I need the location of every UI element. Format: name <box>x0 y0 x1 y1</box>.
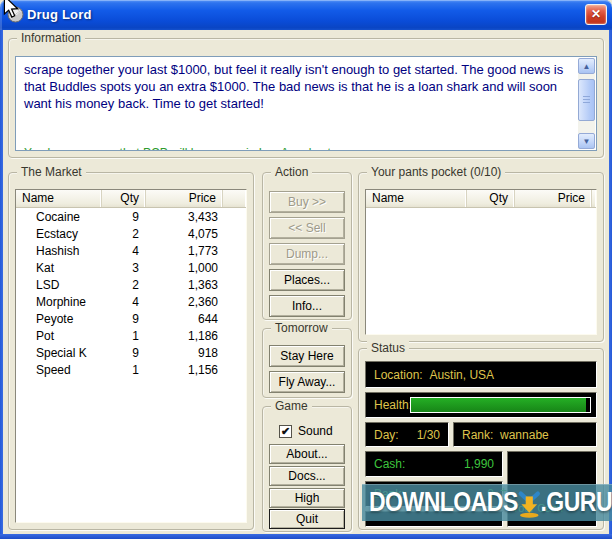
fly-away-button[interactable]: Fly Away... <box>269 371 345 393</box>
scrollbar-thumb[interactable] <box>578 79 595 121</box>
pocket-caption: Your pants pocket (0/10) <box>367 165 505 180</box>
location-value: Austin, USA <box>429 368 494 382</box>
rank-label: Rank: <box>462 428 493 442</box>
cash-label: Cash: <box>374 457 405 471</box>
column-header-filler <box>592 190 596 207</box>
status-caption: Status <box>367 341 409 356</box>
buy-button[interactable]: Buy >> <box>269 191 345 213</box>
watermark-text-right: .GURU <box>540 487 612 519</box>
location-panel: Location: Austin, USA <box>365 361 597 388</box>
dump-button[interactable]: Dump... <box>269 243 345 265</box>
action-group: Action Buy >> << Sell Dump... Places... … <box>262 172 352 320</box>
scroll-up-icon[interactable]: ▲ <box>578 58 595 74</box>
table-row[interactable]: Hashish41,773 <box>16 242 246 259</box>
market-rows: Cocaine93,433Ecstacy24,075Hashish41,773K… <box>16 208 246 378</box>
information-message: scrape together your last $1000, but fee… <box>24 61 570 112</box>
title-bar[interactable]: Drug Lord ✕ <box>0 0 612 30</box>
cash-value: 1,990 <box>464 457 494 471</box>
docs-button[interactable]: Docs... <box>269 466 345 486</box>
information-caption: Information <box>17 31 85 46</box>
stay-here-button[interactable]: Stay Here <box>269 345 345 367</box>
column-header-qty[interactable]: Qty <box>102 190 146 207</box>
sound-checkbox[interactable]: ✔ <box>279 425 292 438</box>
table-row[interactable]: Speed11,156 <box>16 361 246 378</box>
market-group: The Market Name Qty Price Cocaine93,433E… <box>8 172 254 530</box>
information-group: Information scrape together your last $1… <box>8 38 604 158</box>
table-row[interactable]: Kat31,000 <box>16 259 246 276</box>
window-border-left <box>0 30 3 539</box>
health-panel: Health: <box>365 392 597 418</box>
column-header-name[interactable]: Name <box>366 190 467 207</box>
download-arrow-icon <box>515 489 544 521</box>
health-fill <box>411 398 586 412</box>
close-button[interactable]: ✕ <box>585 4 607 25</box>
day-panel: Day: 1/30 <box>365 422 449 447</box>
table-row[interactable]: Pot11,186 <box>16 327 246 344</box>
table-row[interactable]: Cocaine93,433 <box>16 208 246 225</box>
day-value: 1/30 <box>417 428 440 442</box>
game-group: Game ✔ Sound About... Docs... High Score… <box>262 406 352 532</box>
table-row[interactable]: Special K9918 <box>16 344 246 361</box>
sound-label: Sound <box>298 424 333 438</box>
high-scores-button[interactable]: High Scores... <box>269 488 345 508</box>
window-border-bottom <box>0 534 612 539</box>
day-label: Day: <box>374 428 399 442</box>
information-textbox[interactable]: scrape together your last $1000, but fee… <box>15 56 597 151</box>
market-header[interactable]: Name Qty Price <box>16 190 246 208</box>
cash-panel: Cash: 1,990 <box>365 451 503 477</box>
quit-button[interactable]: Quit <box>269 509 345 529</box>
pocket-listview[interactable]: Name Qty Price <box>365 189 597 335</box>
pocket-header[interactable]: Name Qty Price <box>366 190 596 208</box>
market-listview[interactable]: Name Qty Price Cocaine93,433Ecstacy24,07… <box>15 189 247 523</box>
column-header-name[interactable]: Name <box>16 190 102 207</box>
column-header-price[interactable]: Price <box>146 190 223 207</box>
table-row[interactable]: Ecstacy24,075 <box>16 225 246 242</box>
rank-panel: Rank: wannabe <box>453 422 597 447</box>
info-scrollbar[interactable]: ▲ ▼ <box>578 58 595 149</box>
window-title: Drug Lord <box>27 7 92 22</box>
health-bar <box>410 397 591 413</box>
downloads-guru-watermark: DOWNLOADS .GURU <box>362 484 612 521</box>
action-caption: Action <box>271 165 312 180</box>
tomorrow-caption: Tomorrow <box>271 321 332 336</box>
mouse-cursor-icon <box>1 0 21 20</box>
scroll-down-icon[interactable]: ▼ <box>578 133 595 149</box>
column-header-qty[interactable]: Qty <box>467 190 515 207</box>
watermark-text-left: DOWNLOADS <box>369 487 518 519</box>
market-caption: The Market <box>17 165 86 180</box>
pocket-group: Your pants pocket (0/10) Name Qty Price <box>358 172 604 342</box>
about-button[interactable]: About... <box>269 444 345 464</box>
table-row[interactable]: Peyote9644 <box>16 310 246 327</box>
sell-button[interactable]: << Sell <box>269 217 345 239</box>
drug-lord-window: Drug Lord ✕ Information scrape together … <box>0 0 612 539</box>
tomorrow-group: Tomorrow Stay Here Fly Away... <box>262 328 352 398</box>
table-row[interactable]: LSD21,363 <box>16 276 246 293</box>
rumor-message: You hear a rumor that PCP will be scarce… <box>24 146 570 151</box>
info-button[interactable]: Info... <box>269 295 345 317</box>
location-label: Location: <box>374 368 423 382</box>
health-label: Health: <box>374 398 412 412</box>
rank-value: wannabe <box>500 428 549 442</box>
table-row[interactable]: Morphine42,360 <box>16 293 246 310</box>
game-caption: Game <box>271 399 312 414</box>
places-button[interactable]: Places... <box>269 269 345 291</box>
column-header-price[interactable]: Price <box>515 190 592 207</box>
column-header-filler <box>223 190 246 207</box>
